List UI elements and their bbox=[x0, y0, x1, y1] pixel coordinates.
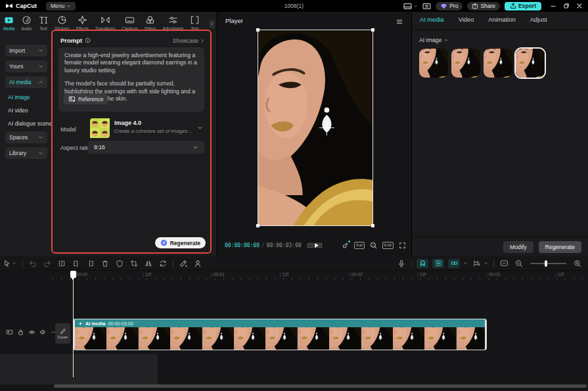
minimize-button[interactable] bbox=[550, 3, 556, 9]
ribbon-expand-button[interactable] bbox=[209, 20, 215, 28]
record-voiceover-button[interactable] bbox=[397, 260, 405, 267]
model-dropdown[interactable]: Image 4.0 Create a cohesive set of image… bbox=[88, 117, 204, 139]
undo-button[interactable] bbox=[29, 260, 37, 267]
player-controls: 00:00:00:00 / 00:00:03:00 Full 9:16 bbox=[217, 237, 411, 254]
regenerate-variant-button[interactable]: Regenerate bbox=[539, 241, 581, 253]
timeline-zoom-slider[interactable] bbox=[530, 263, 566, 264]
replace-button[interactable] bbox=[159, 260, 167, 267]
timeline-ruler[interactable]: 00:00|12f|00:01|12f|00:02|12f|00:03|12f bbox=[53, 271, 588, 281]
chevron-down-icon[interactable] bbox=[463, 261, 468, 265]
selection-handle-tl[interactable] bbox=[256, 28, 260, 32]
ai-image-thumbnail[interactable] bbox=[451, 49, 480, 78]
properties-tab-video[interactable]: Video bbox=[459, 16, 474, 23]
timeline-scrollbar[interactable] bbox=[54, 384, 587, 388]
select-tool-button[interactable] bbox=[3, 260, 16, 267]
capcut-logo-icon bbox=[5, 2, 13, 10]
share-button[interactable]: Share bbox=[467, 2, 500, 11]
thumbnail-image bbox=[419, 49, 448, 78]
zoom-fit-button[interactable] bbox=[370, 242, 377, 249]
track-levels-button[interactable] bbox=[472, 260, 480, 267]
cover-button[interactable]: Cover bbox=[55, 323, 70, 344]
tab-media[interactable]: Media bbox=[0, 13, 18, 33]
chevron-down-icon[interactable] bbox=[413, 4, 418, 9]
redo-button[interactable] bbox=[43, 260, 51, 267]
fullscreen-button[interactable] bbox=[399, 242, 406, 249]
zoom-slider-thumb[interactable] bbox=[545, 260, 547, 267]
showcase-link[interactable]: Showcase bbox=[173, 37, 205, 44]
selection-handle-tr[interactable] bbox=[371, 28, 374, 32]
filmstrip-frame bbox=[424, 327, 456, 350]
magic-tools-button[interactable] bbox=[179, 260, 187, 267]
full-quality-button[interactable]: Full bbox=[354, 242, 364, 249]
playhead-line[interactable] bbox=[73, 271, 74, 377]
model-description: Create a cohesive set of images. Po... bbox=[114, 128, 193, 134]
filmstrip-frame bbox=[75, 327, 106, 350]
pro-badge[interactable]: Pro bbox=[436, 2, 463, 11]
chevron-down-icon bbox=[38, 48, 43, 53]
link-clips-toggle[interactable] bbox=[448, 259, 460, 268]
panel-layout-icon[interactable] bbox=[422, 3, 431, 10]
ai-image-thumbnail[interactable] bbox=[484, 49, 512, 78]
ruler-label: |12f bbox=[417, 272, 426, 277]
auto-ripple-toggle[interactable] bbox=[432, 259, 444, 268]
video-clip[interactable]: AI media 00:00:03:00 bbox=[73, 319, 487, 350]
preview-axis-button[interactable] bbox=[500, 260, 509, 267]
info-icon[interactable] bbox=[85, 37, 91, 43]
modify-button[interactable]: Modify bbox=[503, 241, 533, 253]
sidebar-item-ai-image[interactable]: AI image bbox=[8, 94, 30, 101]
lock-track-icon[interactable] bbox=[17, 329, 24, 336]
main-track-icon[interactable] bbox=[6, 329, 13, 336]
effects-icon bbox=[78, 15, 87, 25]
hide-track-icon[interactable] bbox=[28, 329, 35, 336]
playhead-handle[interactable] bbox=[70, 271, 76, 278]
sidebar-item-yours[interactable]: Yours bbox=[5, 60, 47, 72]
crop-button[interactable] bbox=[130, 260, 138, 267]
ai-image-thumbnail[interactable] bbox=[419, 49, 448, 78]
selection-handle-bl[interactable] bbox=[256, 224, 260, 227]
empty-track-lane bbox=[0, 354, 158, 384]
sidebar-item-import[interactable]: Import bbox=[5, 45, 47, 57]
delete-button[interactable] bbox=[101, 260, 109, 267]
reference-button[interactable]: Reference bbox=[64, 93, 108, 104]
tab-text[interactable]: Text bbox=[35, 13, 51, 33]
trim-left-button[interactable] bbox=[72, 260, 80, 267]
sidebar-item-spaces[interactable]: Spaces bbox=[5, 131, 47, 143]
aspect-ratio-dropdown[interactable]: 9:16 bbox=[88, 141, 204, 154]
trim-right-button[interactable] bbox=[87, 260, 95, 267]
mute-track-icon[interactable] bbox=[39, 329, 47, 336]
player-menu-icon[interactable] bbox=[396, 18, 403, 26]
regenerate-button[interactable]: Regenerate bbox=[155, 237, 206, 248]
zoom-in-button[interactable] bbox=[574, 260, 581, 267]
clip-header: AI media 00:00:03:00 bbox=[75, 319, 485, 327]
chevron-down-icon[interactable] bbox=[484, 261, 488, 265]
layout-toggle-icon[interactable] bbox=[403, 3, 412, 10]
chevron-down-icon bbox=[192, 145, 198, 150]
tiktok-preview-button[interactable] bbox=[342, 242, 349, 249]
filmstrip-frame bbox=[298, 327, 329, 350]
export-button[interactable]: Export bbox=[505, 2, 541, 11]
zoom-out-button[interactable] bbox=[515, 260, 523, 267]
close-button[interactable] bbox=[576, 3, 583, 9]
properties-tab-animation[interactable]: Animation bbox=[488, 16, 515, 23]
menu-button[interactable]: Menu bbox=[46, 2, 76, 11]
ai-image-section-header[interactable]: AI image bbox=[419, 37, 449, 43]
ai-image-thumbnail[interactable] bbox=[516, 49, 545, 78]
play-button[interactable] bbox=[313, 242, 320, 249]
properties-tab-ai-media[interactable]: AI media bbox=[420, 16, 444, 23]
main-track-magnet-toggle[interactable] bbox=[417, 259, 428, 268]
mask-button[interactable] bbox=[116, 260, 124, 267]
restore-button[interactable] bbox=[563, 3, 570, 9]
mirror-button[interactable] bbox=[145, 260, 152, 267]
sidebar-item-ai-video[interactable]: AI video bbox=[8, 107, 28, 114]
preview-canvas[interactable] bbox=[258, 30, 373, 225]
properties-tab-adjust[interactable]: Adjust bbox=[530, 16, 547, 23]
filmstrip-frame bbox=[202, 327, 234, 350]
ratio-button[interactable]: 9:16 bbox=[382, 242, 394, 249]
sidebar-item-library[interactable]: Library bbox=[5, 147, 47, 159]
sidebar-item-ai-dialogue-scene[interactable]: AI dialogue scene bbox=[8, 120, 53, 127]
tab-audio[interactable]: Audio bbox=[18, 13, 35, 33]
selection-handle-br[interactable] bbox=[371, 224, 374, 227]
sidebar-item-ai-media[interactable]: AI media bbox=[5, 76, 47, 88]
split-button[interactable] bbox=[58, 260, 66, 267]
character-button[interactable] bbox=[194, 260, 202, 267]
